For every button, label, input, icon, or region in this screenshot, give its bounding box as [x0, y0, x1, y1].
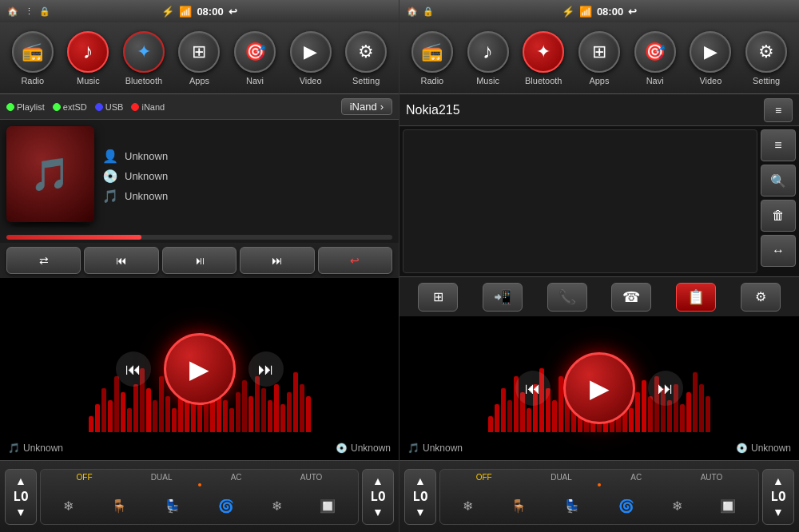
ac-icon-2[interactable]: ❄	[672, 498, 682, 514]
home-icon[interactable]: 🏠	[6, 5, 19, 18]
climate-ac[interactable]: AC	[231, 473, 242, 482]
nav-apps-2[interactable]: ⊞ Apps	[578, 31, 620, 85]
nav-bluetooth[interactable]: ✦ Bluetooth	[123, 31, 165, 85]
nav-radio-2[interactable]: 📻 Radio	[411, 31, 453, 85]
temp-left-control-2[interactable]: ▲ LO ▼	[404, 469, 436, 525]
inand-label: iNand	[141, 102, 165, 112]
status-left-icons: 🏠 ⋮ 🔒	[6, 5, 51, 18]
keypad-button[interactable]: ⊞	[418, 283, 458, 312]
temp-right-control-2[interactable]: ▲ LO ▼	[762, 469, 794, 525]
temp-up-right[interactable]: ▲	[372, 474, 384, 487]
progress-area[interactable]	[0, 232, 399, 243]
viz-next-button-2[interactable]: ⏭	[648, 371, 683, 406]
nav-music[interactable]: ♪ Music	[67, 31, 109, 85]
inand-dot	[131, 103, 139, 111]
track-info-left: 🎵 Unknown	[8, 443, 63, 454]
climate-bar-1: ▲ LO ▼ OFF DUAL AC AUTO ❄ 🪑 💺 🌀 ❄	[0, 460, 399, 532]
progress-bar[interactable]	[6, 235, 392, 240]
temp-down-left-2[interactable]: ▼	[415, 506, 426, 518]
chevron-right-icon: ›	[380, 101, 384, 113]
climate-auto[interactable]: AUTO	[300, 473, 323, 482]
nav-apps[interactable]: ⊞ Apps	[178, 31, 220, 85]
call-out-button[interactable]: 📲	[483, 283, 523, 312]
fan-icon-2[interactable]: 🌀	[618, 498, 634, 514]
playlist-dot	[6, 103, 14, 111]
prev-button[interactable]: ⏮	[84, 247, 158, 274]
seat-cool-icon[interactable]: 💺	[165, 498, 181, 514]
visualizer-area-2: ⏮ ▶ ⏭ 🎵 Unknown 💿 Unknown	[400, 316, 799, 460]
temp-up-right-2[interactable]: ▲	[773, 474, 784, 487]
source-extsd[interactable]: extSD	[53, 102, 87, 112]
nav-music-2[interactable]: ♪ Music	[467, 31, 509, 85]
source-inand[interactable]: iNand	[131, 102, 165, 112]
seat-cool-icon-2[interactable]: 💺	[564, 498, 580, 514]
navi-icon: 🎯	[244, 42, 266, 62]
menu-icon[interactable]: ⋮	[22, 5, 35, 18]
source-usb[interactable]: USB	[95, 102, 124, 112]
inand-button[interactable]: iNand ›	[341, 98, 392, 115]
back-icon[interactable]: ↩	[229, 6, 237, 18]
back-icon-2[interactable]: ↩	[628, 6, 637, 18]
temp-right-control[interactable]: ▲ LO ▼	[362, 469, 394, 525]
track-item-3[interactable]: 🎵 Unknown	[102, 189, 392, 204]
viz-next-button[interactable]: ⏭	[248, 351, 284, 387]
temp-up-left[interactable]: ▲	[15, 474, 26, 487]
search-icon-btn[interactable]: 🔍	[761, 165, 796, 197]
climate-off-2[interactable]: OFF	[476, 473, 492, 482]
climate-dual[interactable]: DUAL	[151, 473, 173, 482]
nav-radio[interactable]: 📻 Radio	[12, 31, 54, 85]
track-item-2[interactable]: 💿 Unknown	[102, 169, 392, 184]
contacts-active-button[interactable]: 📋	[676, 283, 716, 312]
fan-icon[interactable]: 🌀	[218, 498, 234, 514]
video-icon-circle: ▶	[290, 31, 332, 73]
climate-auto-2[interactable]: AUTO	[701, 473, 723, 482]
defrost-icon-2[interactable]: ❄	[463, 498, 473, 514]
temp-down-right[interactable]: ▼	[372, 506, 384, 518]
temp-left-control[interactable]: ▲ LO ▼	[5, 469, 37, 525]
playlist-label: Playlist	[17, 102, 45, 112]
source-playlist[interactable]: Playlist	[6, 102, 45, 112]
ac-icon[interactable]: ❄	[272, 498, 282, 514]
phone-button[interactable]: ☎	[611, 283, 651, 312]
viz-prev-button[interactable]: ⏮	[116, 351, 151, 387]
contacts-list-button[interactable]: ≡	[764, 98, 793, 122]
song-icon: 🎵	[8, 443, 20, 454]
seat-heat-icon-2[interactable]: 🪑	[511, 498, 527, 514]
call-transfer-button[interactable]: 📞	[547, 283, 587, 312]
temp-up-left-2[interactable]: ▲	[415, 474, 426, 487]
viz-play-button-2[interactable]: ▶	[563, 352, 635, 424]
rear-defrost-icon[interactable]: 🔲	[320, 498, 336, 514]
transfer-icon-btn[interactable]: ↔	[761, 235, 796, 267]
viz-prev-button-2[interactable]: ⏮	[515, 371, 551, 406]
repeat-button[interactable]: ↩	[318, 247, 392, 274]
temp-down-right-2[interactable]: ▼	[773, 506, 784, 518]
climate-off[interactable]: OFF	[77, 473, 93, 482]
rear-defrost-icon-2[interactable]: 🔲	[720, 498, 736, 514]
nav-setting[interactable]: ⚙ Setting	[345, 31, 387, 85]
nav-bluetooth-2[interactable]: ✦ Bluetooth	[523, 31, 564, 85]
contact-list[interactable]	[403, 129, 757, 273]
temp-down-left[interactable]: ▼	[15, 506, 26, 518]
nav-navi[interactable]: 🎯 Navi	[234, 31, 276, 85]
home-icon-2[interactable]: 🏠	[406, 5, 419, 18]
bluetooth-icon-circle-2: ✦	[523, 31, 564, 73]
shuffle-button[interactable]: ⇄	[6, 247, 81, 274]
play-pause-button[interactable]: ⏯	[162, 247, 237, 274]
seat-heat-icon[interactable]: 🪑	[111, 498, 127, 514]
climate-dual-2[interactable]: DUAL	[551, 473, 572, 482]
bluetooth-icon-circle: ✦	[123, 31, 165, 73]
contacts-icon-btn[interactable]: ≡	[761, 129, 796, 161]
video-icon-circle-2: ▶	[690, 31, 731, 73]
track-item-1[interactable]: 👤 Unknown	[102, 149, 392, 164]
nav-setting-2[interactable]: ⚙ Setting	[745, 31, 787, 85]
nav-navi-2[interactable]: 🎯 Navi	[634, 31, 676, 85]
viz-play-button[interactable]: ▶	[164, 333, 236, 405]
delete-icon-btn[interactable]: 🗑	[761, 200, 796, 232]
nav-video[interactable]: ▶ Video	[290, 31, 332, 85]
nav-bar-2: 📻 Radio ♪ Music ✦ Bluetooth ⊞ Apps 🎯	[400, 22, 799, 94]
settings-button[interactable]: ⚙	[741, 283, 781, 312]
climate-ac-2[interactable]: AC	[630, 473, 642, 482]
nav-video-2[interactable]: ▶ Video	[690, 31, 731, 85]
defrost-icon[interactable]: ❄	[63, 498, 74, 514]
next-button[interactable]: ⏭	[240, 247, 314, 274]
